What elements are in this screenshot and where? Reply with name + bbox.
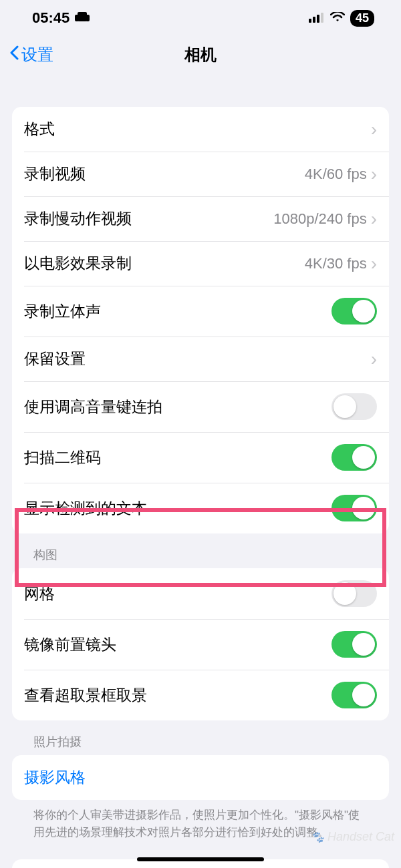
row-value: 4K/30 fps (305, 255, 367, 272)
row-grid: 网格 (12, 568, 389, 619)
chevron-right-icon: › (371, 254, 377, 273)
row-preserve[interactable]: 保留设置 › (12, 337, 389, 381)
toggle-stereo[interactable] (331, 298, 377, 324)
home-indicator[interactable] (137, 857, 264, 861)
chevron-right-icon: › (371, 120, 377, 139)
toggle-grid[interactable] (331, 580, 377, 607)
row-label: 扫描二维码 (24, 447, 331, 468)
row-label: 录制慢动作视频 (24, 208, 273, 229)
svg-rect-5 (317, 15, 319, 23)
row-label: 以电影效果录制 (24, 253, 305, 274)
row-text-detect: 显示检测到的文本 (12, 483, 389, 533)
row-label: 录制立体声 (24, 301, 331, 322)
toggle-burst[interactable] (331, 393, 377, 420)
row-outside-frame: 查看超取景框取景 (12, 670, 389, 720)
row-label: 镜像前置镜头 (24, 634, 331, 655)
row-record-slomo[interactable]: 录制慢动作视频 1080p/240 fps › (12, 196, 389, 241)
row-label: 显示检测到的文本 (24, 498, 331, 519)
settings-group-photo-style: 摄影风格 (12, 755, 389, 800)
watermark: 🐾 Handset Cat (311, 830, 394, 844)
group-header-photo: 照片拍摄 (12, 720, 389, 755)
sleep-icon (75, 9, 90, 27)
toggle-qr[interactable] (331, 444, 377, 471)
back-label: 设置 (21, 44, 53, 65)
settings-group-main: 格式 › 录制视频 4K/60 fps › 录制慢动作视频 1080p/240 … (12, 107, 389, 533)
chevron-right-icon: › (371, 210, 377, 228)
row-qr: 扫描二维码 (12, 432, 389, 483)
row-label: 摄影风格 (24, 767, 377, 788)
row-label: 保留设置 (24, 349, 371, 369)
row-label: 使用调高音量键连拍 (24, 397, 331, 417)
status-time: 05:45 (32, 9, 70, 27)
svg-rect-4 (313, 17, 315, 23)
paw-icon: 🐾 (311, 831, 324, 843)
row-label: 格式 (24, 119, 371, 140)
chevron-right-icon: › (371, 165, 377, 184)
svg-rect-6 (321, 13, 323, 23)
row-value: 1080p/240 fps (273, 210, 366, 228)
battery-badge: 45 (350, 10, 374, 27)
back-button[interactable]: 设置 (9, 44, 53, 65)
page-title: 相机 (184, 44, 217, 65)
cellular-icon (309, 9, 325, 27)
row-stereo: 录制立体声 (12, 286, 389, 337)
toggle-mirror[interactable] (331, 631, 377, 658)
settings-group-composition: 网格 镜像前置镜头 查看超取景框取景 (12, 568, 389, 720)
row-label: 录制视频 (24, 164, 305, 184)
svg-rect-1 (78, 12, 87, 21)
row-format[interactable]: 格式 › (12, 107, 389, 152)
wifi-icon (330, 9, 345, 27)
row-mirror: 镜像前置镜头 (12, 619, 389, 670)
status-bar: 05:45 45 (0, 0, 401, 36)
row-burst: 使用调高音量键连拍 (12, 381, 389, 432)
row-label: 网格 (24, 584, 331, 604)
row-photo-style[interactable]: 摄影风格 (12, 755, 389, 800)
svg-rect-2 (86, 15, 90, 21)
row-value: 4K/60 fps (305, 166, 367, 183)
chevron-right-icon: › (371, 350, 377, 369)
svg-rect-3 (309, 19, 311, 23)
row-record-video[interactable]: 录制视频 4K/60 fps › (12, 152, 389, 196)
nav-header: 设置 相机 (0, 36, 401, 73)
toggle-text-detect[interactable] (331, 495, 377, 521)
group-header-composition: 构图 (12, 533, 389, 568)
watermark-text: Handset Cat (327, 830, 394, 843)
chevron-left-icon (9, 45, 20, 64)
row-label: 查看超取景框取景 (24, 685, 331, 706)
row-record-cinematic[interactable]: 以电影效果录制 4K/30 fps › (12, 241, 389, 286)
toggle-outside-frame[interactable] (331, 682, 377, 708)
